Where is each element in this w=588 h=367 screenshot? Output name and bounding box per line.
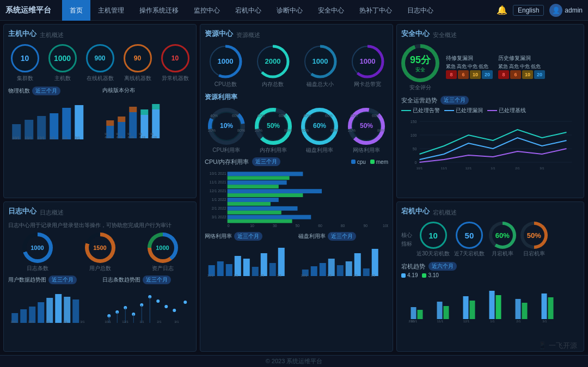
- svg-rect-191: [470, 301, 475, 319]
- svg-text:1/1: 1/1: [491, 167, 495, 170]
- log-stat-count: 1000 日志条数: [22, 233, 53, 272]
- host-stats-row: 10 集群数 1000 主机数 900 在线机器数 90 离线机器数 10 异常…: [8, 44, 192, 82]
- stat-host: 1000 主机数: [48, 44, 77, 82]
- nav-home[interactable]: 首页: [62, 0, 90, 21]
- vuln-line: [444, 110, 454, 111]
- svg-text:50: 50: [413, 147, 417, 151]
- mem-dot: [370, 160, 375, 164]
- pending-level-row: 紧急 高危 中危 低危: [446, 63, 493, 70]
- svg-text:2/1: 2/1: [515, 167, 520, 170]
- nav-log[interactable]: 日志中心: [400, 0, 441, 21]
- language-button[interactable]: English: [513, 5, 544, 16]
- net-gauge-label: 网卡总带宽: [354, 81, 381, 88]
- svg-text:4.19: 4.19: [139, 136, 145, 139]
- log-trend-svg: 10/1 12/1 1/1 2/1 3/1: [102, 286, 192, 324]
- cpu-mem-bar-svg: 10/1 2021 11/1 2021 12/1 2021 1/1 2022 2…: [205, 168, 388, 228]
- online-label: 在线机器数: [87, 75, 114, 82]
- nav-security[interactable]: 安全中心: [310, 0, 352, 21]
- mem-util: 50% 40% 60% 20% 80% 内存利用率: [254, 107, 292, 154]
- physical-title: 物理机数 近三个月: [8, 87, 98, 95]
- bell-icon[interactable]: 🔔: [497, 5, 507, 15]
- cpu-mem-chart-section: CPU/内存利用率 近三个月 cpu mem 10/1 2021: [205, 157, 388, 230]
- rogue-7d: 50 近7天宕机数: [454, 222, 485, 258]
- log-count-inner: 1000: [26, 236, 49, 259]
- svg-text:3/1: 3/1: [370, 274, 375, 277]
- svg-rect-121: [228, 215, 311, 219]
- svg-text:91: 91: [105, 132, 108, 136]
- pending-badges: 8 6 10 20: [446, 70, 493, 79]
- svg-text:92: 92: [116, 132, 119, 136]
- nav-os-migrate[interactable]: 操作系统迁移: [132, 0, 186, 21]
- pending-low: 20: [482, 70, 493, 79]
- nav-hotpatch[interactable]: 热补丁中心: [352, 0, 400, 21]
- svg-text:10/1 2021: 10/1 2021: [210, 172, 226, 175]
- util-row: 10% 40% 60% 20% 80% CPU利用率 50% 40% 60%: [205, 107, 388, 154]
- svg-rect-17: [129, 107, 137, 112]
- pending-critical: 8: [446, 70, 457, 79]
- legend-baseline: 已处理基线: [487, 107, 526, 114]
- gauge-mem: 2000 内存总数: [255, 44, 290, 88]
- nav-diag[interactable]: 诊断中心: [269, 0, 310, 21]
- cpu-gauge-label: CPU总数: [215, 81, 237, 88]
- svg-text:1/1: 1/1: [50, 136, 55, 140]
- net-period-badge: 近三个月: [234, 232, 262, 241]
- security-trend-header: 安全运营趋势 近三个月: [401, 96, 579, 105]
- mem-gauge-svg: 2000: [255, 44, 290, 79]
- svg-rect-192: [496, 295, 501, 319]
- svg-text:2/1: 2/1: [353, 274, 358, 277]
- svg-text:2/1: 2/1: [63, 320, 68, 323]
- svg-rect-21: [152, 104, 160, 109]
- svg-rect-186: [489, 291, 495, 319]
- net-gauge-svg: 1000: [350, 44, 385, 79]
- nav-items: 首页 主机管理 操作系统迁移 监控中心 宕机中心 诊断中心 安全中心 热补丁中心…: [62, 0, 497, 21]
- svg-text:2/1: 2/1: [157, 320, 162, 323]
- log-stat-users: 1500 用户总数: [85, 233, 115, 272]
- svg-text:1/1: 1/1: [234, 274, 238, 277]
- log-desc: 日志中心用于记录用户登录登出等操作，可协助您完成用户行为审计: [8, 222, 192, 229]
- rogue-30d-label: 近30天宕机数: [416, 250, 450, 258]
- log-users-ring: 1500: [85, 233, 115, 263]
- svg-text:12/1: 12/1: [28, 320, 34, 323]
- user-menu[interactable]: 👤 admin: [549, 4, 583, 17]
- legend-419: 4.19: [401, 272, 418, 278]
- user-trend-box: 用户数据趋势图 近三个月 10/1 12/1 1/1: [8, 276, 98, 326]
- svg-rect-127: [228, 219, 292, 223]
- svg-rect-4: [62, 108, 71, 139]
- svg-text:1000: 1000: [359, 57, 375, 65]
- svg-text:12/1: 12/1: [37, 136, 45, 140]
- history-level-row: 紧急 高危 中危 低危: [498, 63, 545, 70]
- disk-mini-box: 磁盘利用率 近三个月 10/1 1/1 2/1 3/1: [298, 232, 389, 279]
- svg-text:11/1: 11/1: [24, 136, 32, 140]
- disk-util-label: 磁盘利用率: [306, 146, 333, 154]
- rogue-core-label: 核心 指标: [401, 231, 412, 248]
- svg-rect-193: [522, 303, 528, 319]
- rogue-monthly-label: 月宕机率: [492, 250, 513, 258]
- svg-text:10/1: 10/1: [301, 274, 307, 277]
- svg-rect-157: [371, 249, 378, 276]
- svg-text:1000: 1000: [312, 57, 328, 65]
- dot-419: [401, 273, 406, 278]
- vuln-section: 待修复漏洞 紧急 高危 中危 低危 8 6 10 20: [446, 54, 579, 81]
- rogue-trend-header: 宕机趋势 近六个月: [401, 262, 579, 271]
- svg-text:80%: 80%: [377, 129, 385, 132]
- disk-gauge-label: 磁盘总大小: [307, 81, 334, 88]
- nav-host-mgmt[interactable]: 主机管理: [90, 0, 132, 21]
- log-header: 日志中心 日志概述: [8, 206, 192, 218]
- log-stats-row: 1000 日志条数 1500 用户总数 1000 资产日志: [8, 233, 192, 272]
- svg-text:40%: 40%: [257, 114, 265, 118]
- disk-mini-title: 磁盘利用率 近三个月: [298, 232, 389, 241]
- svg-rect-190: [444, 306, 449, 319]
- svg-text:2000: 2000: [265, 57, 281, 65]
- nav-monitor[interactable]: 监控中心: [186, 0, 228, 21]
- log-trend-box: 日志条数趋势图 近三个月: [102, 276, 192, 326]
- nav-rogue[interactable]: 宕机中心: [228, 0, 269, 21]
- resource-subtitle: 资源概述: [236, 31, 260, 39]
- baseline-line: [487, 110, 497, 111]
- svg-rect-189: [418, 310, 423, 319]
- svg-rect-139: [235, 256, 241, 276]
- kernel-chart-box: 内核版本分布 4.19 4.19 4.1: [102, 87, 192, 142]
- app-title: 系统运维平台: [5, 5, 51, 15]
- svg-text:60%: 60%: [325, 114, 333, 118]
- offline-ring: 90: [124, 44, 152, 72]
- log-count-ring: 1000: [22, 233, 53, 263]
